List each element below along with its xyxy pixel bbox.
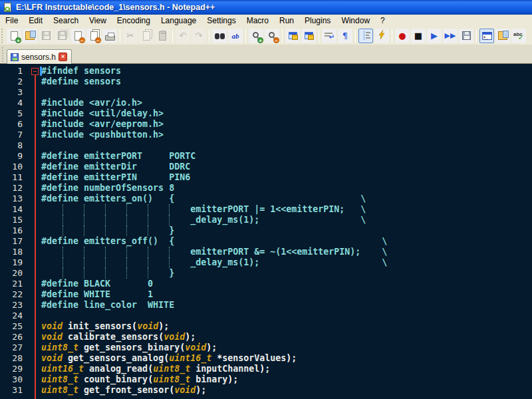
line-number[interactable]: 22 [0, 289, 27, 300]
sync-horizontal-scrolling-button[interactable] [301, 29, 316, 43]
menu-item-settings[interactable]: Settings [201, 15, 241, 26]
menu-item-search[interactable]: Search [48, 15, 84, 26]
menu-item-help[interactable]: ? [375, 15, 390, 26]
replace-button[interactable]: ab [228, 29, 243, 43]
print-button[interactable] [102, 29, 117, 43]
code-text[interactable] [41, 140, 532, 151]
line-number[interactable]: 11 [0, 172, 27, 183]
line-number[interactable]: 6 [0, 119, 27, 130]
explorer-button[interactable] [495, 29, 510, 43]
line-number[interactable]: 27 [0, 342, 27, 353]
tab-sensors-h[interactable]: sensors.h× [7, 49, 72, 64]
line-number[interactable]: 16 [0, 225, 27, 236]
line-number[interactable]: 21 [0, 279, 27, 289]
macro-play-button[interactable]: ▶ [427, 29, 442, 43]
line-number[interactable]: 25 [0, 321, 27, 332]
code-text[interactable]: uint8_t get_front_sensor(void); [41, 385, 532, 396]
code-text[interactable]: #define emitters_off() { \ [41, 236, 532, 247]
code-text[interactable]: emitterPORT |= 1<<emitterPIN; \ [41, 204, 532, 215]
line-number[interactable]: 28 [0, 353, 27, 364]
code-text[interactable]: #include <pushbutton.h> [41, 130, 532, 140]
code-text[interactable]: void init_sensors(void); [41, 321, 532, 332]
menu-item-window[interactable]: Window [336, 15, 375, 26]
code-text[interactable]: #define emitters_on() { \ [41, 194, 532, 204]
menu-item-language[interactable]: Language [156, 15, 201, 26]
tab-close-button[interactable]: × [59, 53, 67, 61]
line-number[interactable]: 24 [0, 311, 27, 321]
code-text[interactable]: uint8_t get_sensors_binary(void); [41, 342, 532, 353]
line-number[interactable]: 7 [0, 130, 27, 140]
tabbar-grip[interactable] [2, 47, 5, 62]
code-text[interactable]: #define sensors [41, 76, 532, 87]
macro-stop-button[interactable]: ■ [411, 29, 426, 43]
menu-item-encoding[interactable]: Encoding [112, 15, 156, 26]
code-editor[interactable]: 1#ifndef sensors2#define sensors34#inclu… [0, 64, 532, 399]
code-text[interactable]: #define emitterPORT PORTC [41, 151, 532, 162]
show-all-characters-button[interactable]: ¶ [338, 29, 352, 43]
line-number[interactable]: 2 [0, 76, 27, 87]
code-text[interactable] [41, 87, 532, 98]
code-text[interactable]: #define numberOfSensors 8 [41, 183, 532, 194]
code-text[interactable]: #define emitterPIN PIN6 [41, 172, 532, 183]
menu-item-edit[interactable]: Edit [23, 15, 48, 26]
line-number[interactable]: 15 [0, 215, 27, 225]
code-text[interactable]: #include <util/delay.h> [41, 108, 532, 119]
code-text[interactable]: #define emitterDir DDRC [41, 162, 532, 172]
menu-item-view[interactable]: View [84, 15, 112, 26]
toolbar-grip[interactable] [1, 29, 5, 43]
code-text[interactable]: #include <avr/io.h> [41, 98, 532, 108]
new-file-button[interactable]: + [7, 29, 21, 43]
macro-record-button[interactable]: ● [395, 29, 410, 43]
line-number[interactable]: 1 [0, 66, 27, 76]
line-number[interactable]: 30 [0, 374, 27, 385]
menu-item-macro[interactable]: Macro [241, 15, 274, 26]
code-text[interactable]: _delay_ms(1); \ [41, 215, 532, 225]
title-bar[interactable]: E:\LFR Instructable\code_1\sensors.h - N… [0, 0, 532, 15]
close-button[interactable]: − [70, 29, 85, 43]
code-text[interactable]: } [41, 268, 532, 279]
line-number[interactable]: 18 [0, 247, 27, 257]
line-number[interactable]: 3 [0, 87, 27, 98]
line-number[interactable]: 9 [0, 151, 27, 162]
menu-item-run[interactable]: Run [274, 15, 299, 26]
find-button[interactable] [212, 29, 227, 43]
line-number[interactable]: 8 [0, 140, 27, 151]
line-number[interactable]: 5 [0, 108, 27, 119]
code-text[interactable]: uint8_t count_binary(uint8_t binary); [41, 374, 532, 385]
open-file-button[interactable] [23, 29, 37, 43]
line-number[interactable]: 17 [0, 236, 27, 247]
code-text[interactable]: #define line_color WHITE [41, 300, 532, 311]
menu-item-file[interactable]: File [0, 15, 23, 26]
code-text[interactable] [41, 311, 532, 321]
user-define-dialog-button[interactable] [374, 29, 389, 43]
line-number[interactable]: 31 [0, 385, 27, 396]
line-number[interactable]: 13 [0, 194, 27, 204]
fold-collapse-marker[interactable] [31, 68, 39, 75]
sync-vertical-scrolling-button[interactable] [285, 29, 300, 43]
menu-item-plugins[interactable]: Plugins [299, 15, 336, 26]
line-number[interactable]: 29 [0, 364, 27, 374]
zoom-in-button[interactable]: + [249, 29, 263, 43]
line-number[interactable]: 10 [0, 162, 27, 172]
code-text[interactable]: void get_sensors_analog(uint16_t *sensor… [41, 353, 532, 364]
code-text[interactable]: emitterPORT &= ~(1<<emitterPIN); \ [41, 247, 532, 257]
word-wrap-button[interactable]: ↵ [322, 29, 336, 43]
code-text[interactable]: #ifndef sensors [41, 66, 532, 76]
line-number[interactable]: 23 [0, 300, 27, 311]
console-button[interactable] [479, 29, 494, 43]
spell-check-button[interactable]: abc✓ [511, 29, 526, 43]
code-text[interactable]: uint16_t analog_read(uint8_t inputChanne… [41, 364, 532, 374]
line-number[interactable]: 4 [0, 98, 27, 108]
show-indent-guide-button[interactable] [358, 29, 373, 43]
line-number[interactable]: 20 [0, 268, 27, 279]
code-text[interactable]: void calibrate_sensors(void); [41, 332, 532, 342]
code-text[interactable]: #define BLACK 0 [41, 279, 532, 289]
close-all-button[interactable]: − [86, 29, 101, 43]
line-number[interactable]: 12 [0, 183, 27, 194]
line-number[interactable]: 26 [0, 332, 27, 342]
code-text[interactable]: #include <avr/eeprom.h> [41, 119, 532, 130]
code-text[interactable]: } [41, 225, 532, 236]
macro-run-multiple-button[interactable]: ▶▶ [443, 29, 458, 43]
zoom-out-button[interactable]: − [265, 29, 279, 43]
line-number[interactable]: 19 [0, 257, 27, 268]
